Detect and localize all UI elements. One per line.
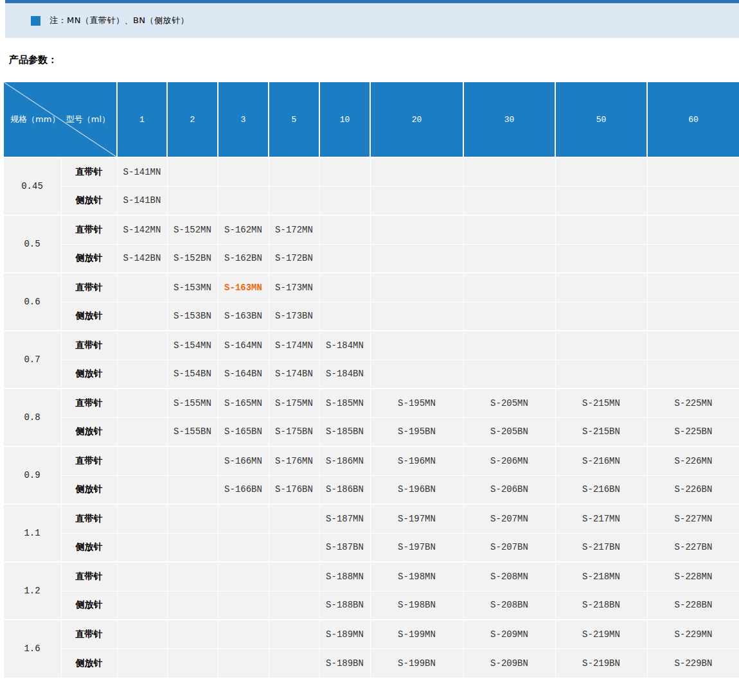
model-cell: S-218BN	[555, 591, 647, 620]
table-row: 侧放针S-187BNS-197BNS-207BNS-217BNS-227BN	[3, 533, 739, 562]
model-cell-highlighted[interactable]: S-163MN	[218, 273, 269, 302]
model-cell: S-154BN	[167, 360, 218, 389]
table-row: 1.1直带针S-187MNS-197MNS-207MNS-217MNS-227M…	[3, 504, 739, 533]
model-cell: S-207BN	[463, 533, 555, 562]
model-cell: S-186MN	[319, 446, 370, 475]
model-cell-empty	[117, 475, 167, 504]
model-cell-empty	[117, 504, 167, 533]
model-cell: S-162BN	[218, 244, 269, 273]
model-cell-empty	[218, 157, 269, 186]
model-cell: S-215BN	[555, 417, 647, 446]
model-cell: S-185BN	[319, 417, 370, 446]
spec-value: 1.1	[3, 504, 61, 562]
model-cell-empty	[555, 273, 647, 302]
needle-type-straight-label: 直带针	[61, 157, 117, 186]
model-cell: S-217MN	[555, 504, 647, 533]
model-cell: S-142BN	[117, 244, 167, 273]
model-cell-empty	[555, 360, 647, 389]
needle-type-side-label: 侧放针	[61, 649, 117, 678]
spec-value: 0.8	[3, 389, 61, 446]
model-cell: S-229MN	[647, 620, 739, 649]
model-cell: S-227MN	[647, 504, 739, 533]
model-cell-empty	[167, 649, 218, 678]
model-cell-empty	[370, 215, 463, 244]
model-cell: S-206BN	[463, 475, 555, 504]
needle-type-straight-label: 直带针	[61, 331, 117, 360]
model-cell: S-217BN	[555, 533, 647, 562]
model-cell: S-206MN	[463, 446, 555, 475]
table-row: 1.2直带针S-188MNS-198MNS-208MNS-218MNS-228M…	[3, 562, 739, 591]
model-cell: S-215MN	[555, 389, 647, 417]
model-cell: S-207MN	[463, 504, 555, 533]
model-cell-empty	[269, 157, 319, 186]
model-cell-empty	[167, 620, 218, 649]
table-row: 侧放针S-189BNS-199BNS-209BNS-219BNS-229BN	[3, 649, 739, 678]
model-cell-empty	[269, 562, 319, 591]
model-cell-empty	[117, 389, 167, 417]
model-cell-empty	[370, 273, 463, 302]
table-row: 0.45直带针S-141MN	[3, 157, 739, 186]
model-cell-empty	[319, 186, 370, 215]
model-cell-empty	[463, 360, 555, 389]
needle-type-side-label: 侧放针	[61, 591, 117, 620]
model-cell: S-166MN	[218, 446, 269, 475]
model-cell-empty	[647, 157, 739, 186]
model-cell-empty	[370, 186, 463, 215]
model-cell: S-175MN	[269, 389, 319, 417]
model-cell-empty	[269, 620, 319, 649]
model-cell: S-152BN	[167, 244, 218, 273]
model-cell-empty	[555, 244, 647, 273]
spec-value: 0.5	[3, 215, 61, 273]
table-header-row: 规格（mm） 型号（ml） 12351020305060	[3, 82, 739, 157]
model-cell: S-152MN	[167, 215, 218, 244]
model-cell: S-165MN	[218, 389, 269, 417]
model-cell-empty	[218, 504, 269, 533]
model-cell: S-153BN	[167, 302, 218, 331]
model-cell: S-218MN	[555, 562, 647, 591]
product-params-table: 规格（mm） 型号（ml） 12351020305060 0.45直带针S-14…	[3, 81, 739, 678]
table-row: 侧放针S-154BNS-164BNS-174BNS-184BN	[3, 360, 739, 389]
model-cell: S-196BN	[370, 475, 463, 504]
model-cell-empty	[647, 331, 739, 360]
model-cell: S-205MN	[463, 389, 555, 417]
volume-header-60: 60	[647, 82, 739, 157]
model-cell: S-155MN	[167, 389, 218, 417]
model-cell-empty	[117, 591, 167, 620]
needle-type-side-label: 侧放针	[61, 302, 117, 331]
model-cell: S-188MN	[319, 562, 370, 591]
spec-value: 0.7	[3, 331, 61, 389]
model-cell: S-208MN	[463, 562, 555, 591]
model-cell: S-197BN	[370, 533, 463, 562]
table-row: 0.8直带针S-155MNS-165MNS-175MNS-185MNS-195M…	[3, 389, 739, 417]
model-cell-empty	[370, 302, 463, 331]
model-cell: S-172MN	[269, 215, 319, 244]
model-cell-empty	[269, 186, 319, 215]
model-cell: S-228MN	[647, 562, 739, 591]
model-cell-empty	[167, 475, 218, 504]
model-cell: S-155BN	[167, 417, 218, 446]
model-cell-empty	[167, 157, 218, 186]
spec-value: 0.45	[3, 157, 61, 215]
model-cell: S-189BN	[319, 649, 370, 678]
section-title: 产品参数：	[9, 54, 739, 66]
model-cell: S-186BN	[319, 475, 370, 504]
note-bar: 注：MN（直带针）、BN（侧放针）	[5, 3, 739, 38]
model-cell: S-226BN	[647, 475, 739, 504]
model-cell: S-219BN	[555, 649, 647, 678]
model-cell-empty	[463, 244, 555, 273]
model-cell: S-173BN	[269, 302, 319, 331]
model-cell-empty	[269, 649, 319, 678]
model-cell: S-174BN	[269, 360, 319, 389]
needle-type-straight-label: 直带针	[61, 620, 117, 649]
model-cell-empty	[218, 620, 269, 649]
model-cell-empty	[269, 591, 319, 620]
volume-header-50: 50	[555, 82, 647, 157]
model-cell-empty	[647, 215, 739, 244]
model-cell: S-173MN	[269, 273, 319, 302]
table-row: 侧放针S-166BNS-176BNS-186BNS-196BNS-206BNS-…	[3, 475, 739, 504]
model-cell-empty	[463, 157, 555, 186]
model-cell-empty	[117, 331, 167, 360]
model-cell: S-187MN	[319, 504, 370, 533]
spec-axis-label: 规格（mm）	[10, 114, 60, 125]
needle-type-straight-label: 直带针	[61, 273, 117, 302]
